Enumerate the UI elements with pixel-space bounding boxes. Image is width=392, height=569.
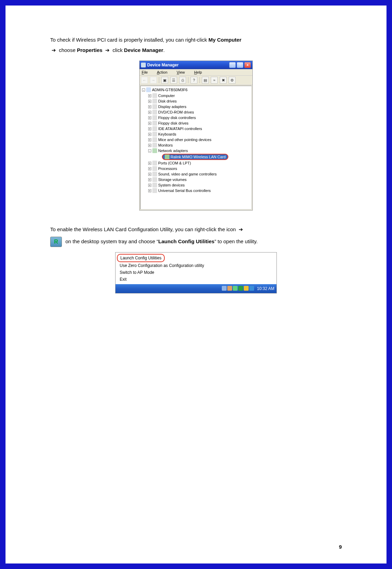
toolbar: ← → ▣ ☰ ⎙ ? ▤ ≈ ✖ ⚙	[140, 76, 252, 85]
toolbar-btn-1[interactable]: ▣	[161, 77, 168, 84]
tree-node[interactable]: +Disk drives	[148, 98, 250, 104]
tree-node[interactable]: +DVD/CD-ROM drives	[148, 109, 250, 115]
toolbar-btn-6[interactable]: ≈	[211, 77, 218, 84]
device-category-icon	[152, 104, 157, 109]
tree-node[interactable]: +Floppy disk drives	[148, 120, 250, 126]
device-category-icon	[152, 183, 157, 187]
tree-node[interactable]: +Processors	[148, 166, 250, 171]
context-menu: Launch Config Utilities Use Zero Configu…	[116, 253, 276, 284]
device-category-icon	[152, 115, 157, 120]
maximize-button[interactable]: □	[237, 62, 243, 68]
expand-icon[interactable]: +	[148, 138, 151, 141]
root-label: ADMIN-GTBS0M3F6	[152, 88, 187, 92]
tree-child[interactable]: Ralink MIMO Wireless LAN Card	[161, 153, 250, 160]
menu-item-ap-mode[interactable]: Switch to AP Mode	[117, 269, 275, 276]
tray-status-icon[interactable]	[233, 286, 238, 291]
toolbar-btn-2[interactable]: ☰	[170, 77, 177, 84]
tree-node[interactable]: +Ports (COM & LPT)	[148, 160, 250, 166]
device-label: Ralink MIMO Wireless LAN Card	[171, 155, 226, 159]
device-category-icon	[152, 99, 157, 104]
collapse-icon[interactable]: -	[142, 88, 145, 92]
toolbar-btn-8[interactable]: ⚙	[229, 77, 236, 84]
node-label: Floppy disk controllers	[158, 116, 196, 120]
menu-item-exit[interactable]: Exit	[117, 276, 275, 283]
menu-action[interactable]: Action	[157, 70, 172, 74]
menu-item-launch[interactable]: Launch Config Utilities	[117, 254, 165, 262]
menu-file[interactable]: File	[142, 70, 152, 74]
expand-icon[interactable]: +	[148, 178, 151, 181]
text: .	[163, 47, 165, 53]
toolbar-btn-3[interactable]: ⎙	[179, 77, 186, 84]
device-category-icon	[152, 148, 157, 153]
node-label: Keyboards	[158, 132, 176, 136]
device-category-icon	[152, 126, 157, 131]
expand-icon[interactable]: +	[148, 111, 151, 114]
highlighted-device[interactable]: Ralink MIMO Wireless LAN Card	[162, 154, 228, 160]
tree-node[interactable]: +Floppy disk controllers	[148, 115, 250, 120]
arrow-icon	[237, 226, 244, 232]
device-tree[interactable]: - ADMIN-GTBS0M3F6 +Computer+Disk drives+…	[140, 86, 252, 210]
node-label: Sound, video and game controllers	[158, 172, 217, 176]
expand-icon[interactable]: +	[148, 133, 151, 136]
expand-icon[interactable]: +	[148, 173, 151, 176]
node-label: DVD/CD-ROM drives	[158, 110, 194, 114]
toolbar-btn-5[interactable]: ▤	[202, 77, 209, 84]
collapse-icon[interactable]: -	[148, 149, 151, 152]
node-label: Computer	[158, 94, 175, 98]
window-title: Device Manager	[147, 63, 229, 67]
expand-icon[interactable]: +	[148, 162, 151, 165]
toolbar-btn-7[interactable]: ✖	[220, 77, 227, 84]
expand-icon[interactable]: +	[148, 167, 151, 170]
device-category-icon	[152, 161, 157, 165]
tree-node[interactable]: +Display adapters	[148, 104, 250, 109]
node-label: Storage volumes	[158, 178, 187, 182]
page-number: 9	[339, 544, 342, 550]
expand-icon[interactable]: +	[148, 144, 151, 147]
tray-status-icon[interactable]	[227, 286, 232, 291]
tray-status-icon[interactable]	[238, 286, 243, 291]
toolbar-btn-4[interactable]: ?	[190, 77, 197, 84]
tree-node[interactable]: +IDE ATA/ATAPI controllers	[148, 126, 250, 131]
tree-node[interactable]: +Storage volumes	[148, 177, 250, 182]
tree-node[interactable]: +Monitors	[148, 142, 250, 148]
tree-node[interactable]: +Sound, video and game controllers	[148, 171, 250, 177]
tree-node[interactable]: -Network adapters	[148, 148, 250, 153]
tray-status-icon[interactable]	[249, 286, 254, 291]
tree-node[interactable]: +Universal Serial Bus controllers	[148, 188, 250, 193]
menu-item-zero-config[interactable]: Use Zero Configuration as Configuration …	[117, 262, 275, 269]
tree-node[interactable]: +System devices	[148, 182, 250, 188]
node-label: Display adapters	[158, 105, 186, 109]
menubar: File Action View Help	[140, 69, 252, 76]
expand-icon[interactable]: +	[148, 100, 151, 103]
node-label: System devices	[158, 183, 185, 187]
menu-help[interactable]: Help	[194, 70, 206, 74]
network-card-icon	[165, 154, 170, 159]
tree-node[interactable]: +Computer	[148, 93, 250, 98]
tree-root[interactable]: - ADMIN-GTBS0M3F6	[142, 87, 250, 92]
tree-node[interactable]: +Keyboards	[148, 131, 250, 137]
tray-status-icon[interactable]	[222, 286, 227, 291]
expand-icon[interactable]: +	[148, 184, 151, 187]
clock: 10:32 AM	[257, 286, 274, 291]
taskbar: 10:32 AM	[116, 284, 276, 293]
titlebar[interactable]: Device Manager _ □ X	[140, 61, 252, 69]
tray-status-icon[interactable]	[244, 286, 249, 291]
expand-icon[interactable]: +	[148, 127, 151, 130]
arrow-icon	[50, 47, 57, 53]
text: ile	[144, 70, 148, 74]
close-button[interactable]: X	[244, 62, 251, 68]
expand-icon[interactable]: +	[148, 105, 151, 108]
menu-view[interactable]: View	[177, 70, 189, 74]
device-category-icon	[152, 143, 157, 148]
expand-icon[interactable]: +	[148, 122, 151, 125]
computer-icon	[146, 87, 151, 92]
expand-icon[interactable]: +	[148, 189, 151, 192]
expand-icon[interactable]: +	[148, 116, 151, 119]
expand-icon[interactable]: +	[148, 94, 151, 97]
tree-node[interactable]: +Mice and other pointing devices	[148, 137, 250, 142]
separator	[188, 77, 188, 83]
ralink-tray-icon	[50, 237, 62, 247]
device-category-icon	[152, 166, 157, 171]
minimize-button[interactable]: _	[229, 62, 236, 68]
device-category-icon	[152, 177, 157, 182]
